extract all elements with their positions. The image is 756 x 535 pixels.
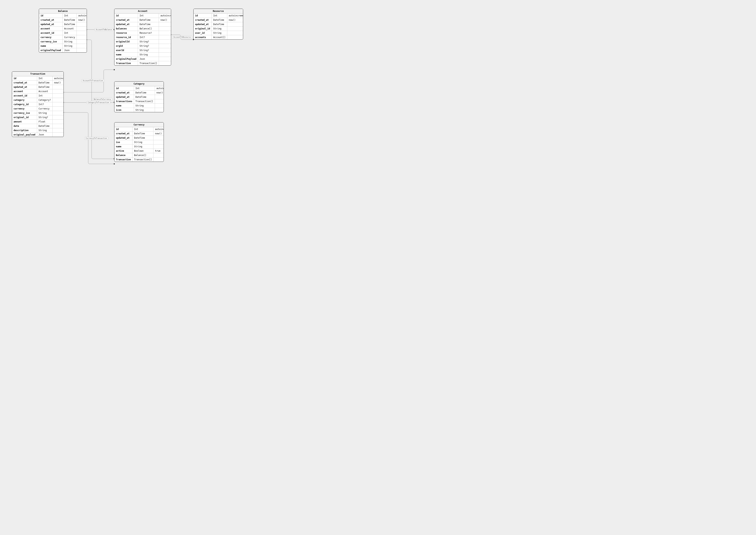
field-row: updated_atDateTime [114, 136, 164, 140]
entity-fields: idIntautoincrement() created_atDateTimen… [39, 14, 87, 52]
field-row: user_idString [193, 31, 243, 35]
field-row: idIntautoincrement() [114, 86, 164, 91]
erd-canvas: AccountToBalance AccountToResource Accou… [0, 0, 252, 178]
field-row: currency_isoString [12, 111, 64, 115]
field-row: idIntautoincrement() [114, 14, 171, 18]
entity-title: Transaction [12, 71, 64, 76]
field-row: created_atDateTimenow() [12, 81, 64, 85]
svg-point-11 [114, 163, 115, 164]
entity-account[interactable]: Account idIntautoincrement() created_atD… [114, 9, 171, 66]
field-row: currency_isoString [39, 40, 87, 44]
rel-account-to-resource: AccountToResource [172, 36, 192, 39]
field-row: activeBooleantrue [114, 149, 164, 153]
entity-title: Account [114, 9, 171, 14]
entity-transaction[interactable]: Transaction idIntautoincrement() created… [12, 71, 64, 137]
rel-account-to-transaction: AccountToTransaction [82, 79, 104, 82]
field-row: dateDateTime [12, 124, 64, 128]
field-row: nameString [114, 53, 171, 57]
field-row: accountAccount [39, 27, 87, 31]
field-row: transactionsTransaction[] [114, 99, 164, 104]
field-row: created_atDateTimenow() [193, 18, 243, 22]
rel-currency-to-transaction: CurrencyToTransaction [84, 137, 108, 140]
rel-balance-to-currency: BalanceToCurrency [93, 98, 112, 100]
field-row: created_atDateTimenow() [39, 18, 87, 22]
field-row: BalanceBalance[] [114, 153, 164, 157]
field-row: TransactionTransaction[] [114, 157, 164, 162]
field-row: iconString [114, 108, 164, 112]
rel-category-to-transaction: CategoryToTransaction [87, 101, 110, 104]
field-row: nameString [114, 145, 164, 149]
entity-title: Category [114, 82, 163, 86]
field-row: orgIdString? [114, 44, 171, 48]
field-row: userIdString? [114, 48, 171, 53]
entity-category[interactable]: Category idIntautoincrement() created_at… [114, 81, 164, 112]
entity-title: Balance [39, 9, 87, 14]
field-row: accountsAccount[] [193, 35, 243, 40]
field-row: updated_atDateTime [114, 95, 164, 99]
field-row: original_idString [193, 27, 243, 31]
entity-fields: idIntautoincrement() created_atDateTimen… [12, 76, 64, 137]
entity-balance[interactable]: Balance idIntautoincrement() created_atD… [39, 9, 87, 53]
field-row: accountAccount [12, 89, 64, 94]
field-row: idIntautoincrement() [12, 76, 64, 81]
field-row: idIntautoincrement() [114, 127, 164, 131]
field-row: nameString [114, 104, 164, 108]
field-row: amountFloat [12, 120, 64, 124]
field-row: original_idString? [12, 115, 64, 120]
field-row: nameString [39, 44, 87, 48]
field-row: updated_atDateTime [193, 22, 243, 27]
field-row: original_payloadJson [12, 133, 64, 137]
field-row: resourceResource? [114, 31, 171, 35]
field-row: updated_atDateTime [12, 85, 64, 89]
field-row: categoryCategory? [12, 98, 64, 102]
entity-resource[interactable]: Resource idIntautoincrement() created_at… [193, 9, 243, 40]
svg-point-4 [114, 69, 115, 70]
field-row: currencyCurrency [39, 35, 87, 40]
field-row: isoString [114, 140, 164, 145]
field-row: updated_atDateTime [114, 22, 171, 27]
field-row: currencyCurrency [12, 107, 64, 111]
field-row: created_atDateTimenow() [114, 18, 171, 22]
field-row: originalPayloadJson [39, 48, 87, 53]
field-row: created_atDateTimenow() [114, 91, 164, 95]
entity-title: Resource [193, 9, 243, 14]
field-row: originalPayloadJson [114, 57, 171, 61]
field-row: descriptionString [12, 128, 64, 133]
field-row: resource_idInt? [114, 35, 171, 40]
field-row: account_idInt [39, 31, 87, 35]
field-row: balancesBalance[] [114, 27, 171, 31]
entity-fields: idIntautoincrement() created_atDateTimen… [114, 14, 171, 65]
rel-account-to-balance: AccountToBalance [95, 28, 113, 31]
entity-fields: idIntautoincrement() created_atDateTimen… [114, 86, 164, 112]
entity-currency[interactable]: Currency idIntautoincrement() created_at… [114, 122, 164, 162]
entity-title: Currency [114, 123, 163, 127]
field-row: TransactionTransaction[] [114, 61, 171, 66]
field-row: originalIdString? [114, 40, 171, 44]
field-row: created_atDateTimenow() [114, 131, 164, 136]
field-row: category_idInt? [12, 102, 64, 107]
entity-fields: idIntautoincrement() created_atDateTimen… [193, 14, 243, 40]
field-row: account_idInt [12, 94, 64, 98]
field-row: idIntautoincrement() [39, 14, 87, 18]
field-row: idIntautoincrement() [193, 14, 243, 18]
field-row: updated_atDateTime [39, 22, 87, 27]
entity-fields: idIntautoincrement() created_atDateTimen… [114, 127, 164, 162]
